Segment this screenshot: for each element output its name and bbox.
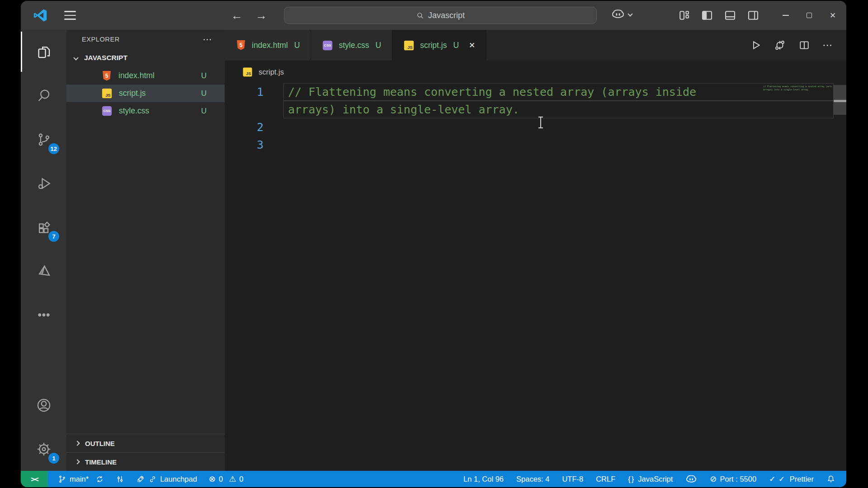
css-file-icon: CSS	[102, 106, 112, 116]
chevron-right-icon	[75, 441, 80, 446]
port-item[interactable]: ⊘ Port : 5500	[710, 474, 756, 484]
activity-explorer[interactable]	[21, 30, 66, 74]
chevron-down-icon	[627, 11, 632, 16]
activity-prism-extension[interactable]	[21, 249, 66, 293]
editor-more-icon[interactable]: ⋯	[822, 39, 833, 51]
git-status-badge: U	[376, 41, 382, 50]
explorer-more-icon[interactable]: ⋯	[203, 34, 212, 45]
file-index-html[interactable]: 5 index.html U	[66, 67, 225, 84]
editor-scrollbar[interactable]	[834, 85, 846, 115]
search-icon	[36, 88, 52, 103]
back-button[interactable]: ←	[228, 1, 246, 30]
tab-index-html[interactable]: 5 index.html U	[225, 30, 311, 61]
text-cursor	[538, 117, 544, 128]
line-number: 3	[225, 138, 264, 151]
tab-label: style.css	[339, 41, 369, 50]
html-file-icon: 5	[236, 40, 245, 50]
git-status-badge: U	[201, 89, 207, 98]
code-editor[interactable]: 1 // Flattening means converting a neste…	[225, 83, 846, 471]
tab-close-icon[interactable]: ✕	[469, 41, 475, 50]
settings-badge: 1	[48, 453, 59, 464]
search-icon	[416, 11, 425, 20]
circle-slash-icon: ⊘	[710, 474, 717, 484]
explorer-title: EXPLORER	[82, 36, 120, 43]
language-mode-item[interactable]: {} JavaScript	[628, 475, 673, 483]
cursor-position-item[interactable]: Ln 1, Col 96	[463, 475, 504, 483]
copilot-menu[interactable]	[611, 8, 632, 20]
run-file-icon[interactable]	[749, 39, 762, 52]
launchpad-label: Launchpad	[160, 475, 197, 483]
customize-layout-icon[interactable]	[677, 9, 691, 22]
branch-item[interactable]: main*	[58, 475, 104, 483]
close-button[interactable]: ✕	[821, 1, 844, 30]
title-bar: ← → Javascript	[21, 1, 846, 30]
file-name: style.css	[119, 106, 149, 116]
minimap[interactable]: // Flattening means converting a nested …	[763, 85, 832, 91]
indentation-item[interactable]: Spaces: 4	[516, 475, 549, 483]
toggle-panel-icon[interactable]	[723, 9, 737, 22]
copilot-icon	[611, 8, 625, 20]
tab-bar: 5 index.html U CSS style.css U JS script…	[225, 30, 846, 61]
search-text: Javascript	[428, 11, 465, 20]
tab-script-js[interactable]: JS script.js U ✕	[392, 30, 486, 61]
prettier-item[interactable]: ✓ ✓ Prettier	[769, 475, 814, 483]
command-center-search[interactable]: Javascript	[284, 7, 597, 24]
extensions-icon	[36, 220, 52, 235]
chevron-right-icon	[75, 459, 80, 464]
restore-button[interactable]	[797, 1, 821, 30]
tab-label: index.html	[252, 41, 288, 50]
timeline-label: TIMELINE	[85, 458, 117, 466]
ellipsis-icon	[36, 307, 52, 323]
remote-indicator[interactable]: ><	[21, 471, 48, 487]
ports-item[interactable]	[116, 475, 124, 483]
tab-style-css[interactable]: CSS style.css U	[311, 30, 392, 61]
file-name: index.html	[118, 71, 155, 80]
file-script-js[interactable]: JS script.js U	[66, 84, 225, 102]
git-status-badge: U	[453, 41, 459, 50]
outline-section[interactable]: OUTLINE	[66, 434, 225, 452]
git-status-badge: U	[201, 107, 207, 116]
toggle-sidebar-icon[interactable]	[700, 9, 714, 22]
current-line-highlight	[283, 101, 834, 118]
problems-item[interactable]: ⊗ 0 ⚠ 0	[209, 474, 244, 484]
breadcrumb[interactable]: JS script.js	[225, 61, 846, 83]
menu-icon[interactable]	[64, 11, 76, 20]
activity-extensions[interactable]: 7	[21, 205, 66, 249]
run-debug-icon	[36, 176, 52, 191]
notifications-item[interactable]	[826, 474, 835, 483]
prism-icon	[36, 263, 52, 279]
copilot-status-item[interactable]	[685, 474, 697, 484]
outline-label: OUTLINE	[85, 440, 115, 447]
activity-settings[interactable]: 1	[21, 427, 66, 471]
error-icon: ⊗	[209, 474, 216, 484]
toggle-secondary-sidebar-icon[interactable]	[746, 9, 760, 22]
activity-run-debug[interactable]	[21, 161, 66, 205]
activity-more[interactable]	[21, 293, 66, 337]
double-check-icon: ✓	[769, 475, 775, 483]
folder-label: JAVASCRIPT	[84, 54, 127, 62]
open-changes-icon[interactable]	[774, 39, 786, 52]
source-control-icon	[36, 132, 52, 147]
bell-icon	[826, 474, 835, 483]
activity-source-control[interactable]: 12	[21, 117, 66, 161]
eol-item[interactable]: CRLF	[596, 475, 615, 483]
line-number: 1	[225, 85, 264, 99]
forward-button[interactable]: →	[252, 1, 270, 30]
activity-search[interactable]	[21, 74, 66, 117]
timeline-section[interactable]: TIMELINE	[66, 452, 225, 471]
scm-badge: 12	[48, 143, 59, 154]
js-file-icon: JS	[404, 40, 414, 50]
split-editor-icon[interactable]	[798, 39, 811, 52]
line-number: 2	[225, 121, 264, 134]
explorer-sidebar: EXPLORER ⋯ JAVASCRIPT 5 index.html U JS …	[66, 30, 225, 471]
activity-account[interactable]	[21, 383, 66, 427]
folder-javascript[interactable]: JAVASCRIPT	[66, 49, 225, 67]
activity-bar: 12 7	[21, 30, 66, 471]
link-icon	[148, 475, 157, 483]
file-style-css[interactable]: CSS style.css U	[66, 102, 225, 120]
minimize-button[interactable]	[774, 1, 797, 30]
vscode-window: ← → Javascript	[21, 1, 846, 487]
current-line-highlight	[283, 83, 834, 101]
launchpad-item[interactable]: Launchpad	[136, 474, 197, 483]
encoding-item[interactable]: UTF-8	[562, 475, 583, 483]
